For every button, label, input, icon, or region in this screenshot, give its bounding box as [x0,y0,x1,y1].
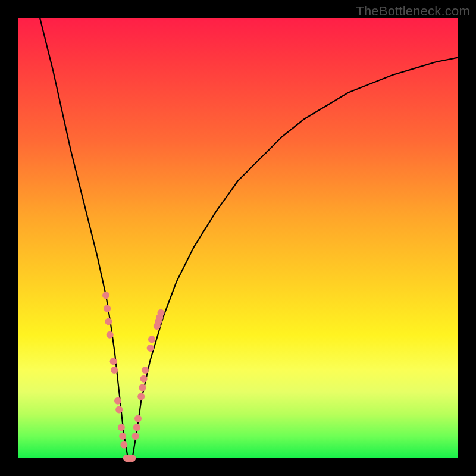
left-branch-markers-dot [118,424,125,431]
right-branch-markers-dot [140,375,148,383]
left-branch-markers-dot [107,331,114,339]
left-branch-markers-dot [120,441,127,449]
left-branch-markers-dot [111,367,118,374]
bottleneck-curve [40,18,458,458]
left-branch-markers-dot [114,397,121,405]
chart-svg [18,18,458,458]
chart-frame: TheBottleneck.com [0,0,476,476]
right-branch-markers-dot [148,336,155,343]
left-branch-markers-dot [119,433,126,440]
curve-layer [40,18,458,458]
left-branch-markers-dot [102,292,109,299]
right-branch-markers-dot [137,393,145,400]
right-branch-markers-dot [158,309,165,317]
right-branch-markers-dot [133,424,140,431]
right-branch-markers-dot [134,415,142,422]
right-branch-markers-dot [129,455,136,462]
left-branch-markers-dot [110,358,117,365]
left-branch-markers-dot [105,318,112,325]
right-branch-markers-dot [132,433,139,440]
watermark-text: TheBottleneck.com [356,4,470,19]
right-branch-markers-dot [139,384,146,392]
right-branch-markers-dot [142,367,149,374]
left-branch-markers-dot [115,406,123,414]
marker-layer [102,292,165,462]
right-branch-markers-dot [147,345,154,352]
left-branch-markers-dot [104,305,111,312]
